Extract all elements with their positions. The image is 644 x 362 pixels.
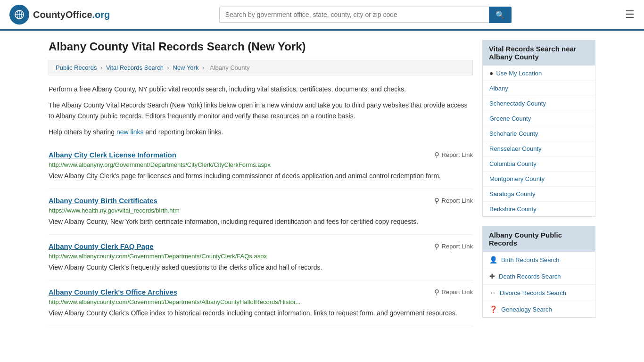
nearby-item-link[interactable]: Schoharie County — [489, 130, 538, 137]
record-description: View Albany County, New York birth certi… — [49, 217, 473, 227]
record-url: http://www.albanycounty.com/Government/D… — [49, 298, 473, 305]
breadcrumb-new-york[interactable]: New York — [173, 64, 199, 71]
public-record-item[interactable]: 👤Birth Records Search — [483, 252, 595, 268]
content-area: Albany County Vital Records Search (New … — [49, 40, 473, 327]
record-title[interactable]: Albany County Clerk's Office Archives — [49, 288, 177, 296]
nearby-item[interactable]: Montgomery County — [483, 172, 595, 187]
nearby-item[interactable]: Greene County — [483, 111, 595, 126]
nearby-list: ● Use My Location AlbanySchenectady Coun… — [482, 66, 595, 217]
report-link[interactable]: ⚲ Report Link — [434, 242, 473, 251]
new-links-link[interactable]: new links — [116, 128, 144, 136]
record-description: View Albany City Clerk's page for licens… — [49, 171, 473, 181]
breadcrumb: Public Records › Vital Records Search › … — [49, 60, 473, 75]
nearby-header: Vital Records Search near Albany County — [482, 40, 595, 66]
public-record-item[interactable]: ↔Divorce Records Search — [483, 285, 595, 301]
report-icon: ⚲ — [434, 242, 439, 251]
breadcrumb-current: Albany County — [210, 64, 250, 71]
public-record-item[interactable]: ✚Death Records Search — [483, 268, 595, 285]
nearby-item[interactable]: Saratoga County — [483, 187, 595, 202]
record-url: http://www.albanyny.org/Government/Depar… — [49, 161, 473, 168]
description-para2: The Albany County Vital Records Search (… — [49, 100, 473, 121]
record-item: Albany County Birth Certificates ⚲ Repor… — [49, 189, 473, 235]
public-records-list: 👤Birth Records Search✚Death Records Sear… — [482, 252, 595, 318]
page-title: Albany County Vital Records Search (New … — [49, 40, 473, 53]
description-para3: Help others by sharing new links and rep… — [49, 127, 473, 137]
report-link[interactable]: ⚲ Report Link — [434, 288, 473, 296]
record-type-icon: 👤 — [489, 256, 497, 263]
record-description: View Albany County Clerk's frequently as… — [49, 263, 473, 272]
record-item: Albany County Clerk FAQ Page ⚲ Report Li… — [49, 235, 473, 280]
nearby-item[interactable]: Schoharie County — [483, 126, 595, 141]
menu-button[interactable]: ☰ — [625, 8, 635, 21]
record-title[interactable]: Albany City Clerk License Information — [49, 151, 176, 159]
site-name: CountyOffice.org — [33, 9, 110, 20]
breadcrumb-vital-records[interactable]: Vital Records Search — [106, 64, 164, 71]
report-icon: ⚲ — [434, 151, 439, 159]
main-container: Albany County Vital Records Search (New … — [39, 31, 605, 337]
public-records-section: Albany County Public Records 👤Birth Reco… — [482, 226, 595, 318]
record-url: http://www.albanycounty.com/Government/D… — [49, 253, 473, 260]
nearby-item-link[interactable]: Saratoga County — [489, 190, 536, 197]
report-icon: ⚲ — [434, 197, 439, 205]
nearby-item[interactable]: Rensselaer County — [483, 141, 595, 156]
record-url: https://www.health.ny.gov/vital_records/… — [49, 207, 473, 214]
report-link[interactable]: ⚲ Report Link — [434, 197, 473, 205]
description-para1: Perform a free Albany County, NY public … — [49, 84, 473, 94]
nearby-item-link[interactable]: Berkshire County — [489, 206, 537, 213]
search-button[interactable]: 🔍 — [489, 7, 512, 23]
nearby-item[interactable]: Berkshire County — [483, 202, 595, 216]
records-list: Albany City Clerk License Information ⚲ … — [49, 143, 473, 326]
record-item: Albany City Clerk License Information ⚲ … — [49, 143, 473, 189]
use-location-link[interactable]: Use My Location — [496, 70, 542, 77]
site-header: CountyOffice.org 🔍 ☰ — [0, 0, 644, 31]
nearby-item-link[interactable]: Rensselaer County — [489, 145, 542, 152]
nearby-item[interactable]: Albany — [483, 81, 595, 96]
record-title[interactable]: Albany County Clerk FAQ Page — [49, 242, 154, 250]
nearby-item[interactable]: Schenectady County — [483, 96, 595, 111]
public-record-item[interactable]: ❓Genealogy Search — [483, 301, 595, 317]
public-record-link[interactable]: Birth Records Search — [501, 256, 560, 263]
logo-icon — [9, 5, 29, 25]
breadcrumb-public-records[interactable]: Public Records — [56, 64, 97, 71]
public-records-header: Albany County Public Records — [482, 226, 595, 252]
public-record-link[interactable]: Death Records Search — [499, 273, 561, 280]
nearby-item-link[interactable]: Columbia County — [489, 160, 537, 167]
public-record-link[interactable]: Divorce Records Search — [500, 289, 566, 296]
sidebar: Vital Records Search near Albany County … — [482, 40, 595, 327]
nearby-item-link[interactable]: Greene County — [489, 115, 531, 122]
nearby-item-link[interactable]: Schenectady County — [489, 100, 546, 107]
record-title[interactable]: Albany County Birth Certificates — [49, 197, 157, 205]
record-item: Albany County Clerk's Office Archives ⚲ … — [49, 280, 473, 326]
nearby-item-link[interactable]: Albany — [489, 85, 508, 92]
public-record-link[interactable]: Genealogy Search — [501, 306, 552, 313]
report-link[interactable]: ⚲ Report Link — [434, 151, 473, 159]
nearby-section: Vital Records Search near Albany County … — [482, 40, 595, 217]
nearby-item[interactable]: Columbia County — [483, 156, 595, 172]
use-my-location[interactable]: ● Use My Location — [483, 66, 595, 81]
record-type-icon: ↔ — [489, 289, 496, 296]
report-icon: ⚲ — [434, 288, 439, 296]
nearby-item-link[interactable]: Montgomery County — [489, 175, 545, 182]
record-type-icon: ✚ — [489, 272, 495, 280]
search-area: 🔍 — [219, 7, 512, 23]
record-type-icon: ❓ — [489, 305, 497, 313]
logo-area: CountyOffice.org — [9, 5, 110, 25]
search-input[interactable] — [219, 7, 489, 23]
record-description: View Albany County Clerk's Office index … — [49, 308, 473, 318]
location-icon: ● — [489, 69, 493, 77]
